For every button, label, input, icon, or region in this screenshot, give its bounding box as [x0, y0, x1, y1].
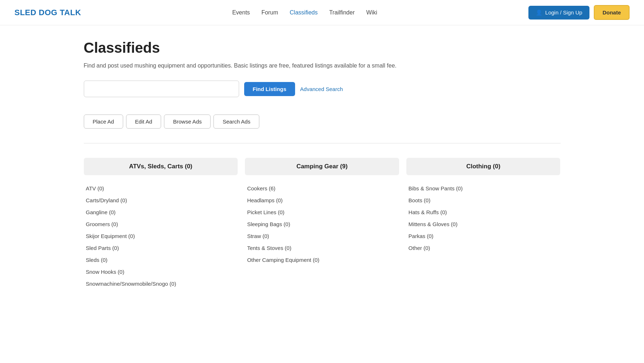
user-icon: 👤 [536, 9, 543, 16]
donate-button[interactable]: Donate [594, 5, 630, 20]
list-item[interactable]: ATV (0) [84, 182, 238, 194]
tab-edit-ad[interactable]: Edit Ad [126, 114, 161, 129]
page-title: Classifieds [84, 40, 561, 56]
categories-grid: ATVs, Sleds, Carts (0) ATV (0) Carts/Dry… [84, 158, 561, 290]
category-header-clothing: Clothing (0) [406, 158, 561, 175]
find-listings-button[interactable]: Find Listings [244, 82, 295, 96]
list-item[interactable]: Mittens & Gloves (0) [406, 218, 561, 230]
list-item[interactable]: Sleeping Bags (0) [245, 218, 399, 230]
list-item[interactable]: Groomers (0) [84, 218, 238, 230]
nav-events[interactable]: Events [232, 9, 250, 16]
nav-forum[interactable]: Forum [262, 9, 278, 16]
list-item[interactable]: Sled Parts (0) [84, 242, 238, 254]
advanced-search-link[interactable]: Advanced Search [300, 86, 343, 92]
list-item[interactable]: Skijor Equipment (0) [84, 230, 238, 242]
tab-search-ads[interactable]: Search Ads [213, 114, 259, 129]
list-item[interactable]: Snowmachine/Snowmobile/Snogo (0) [84, 278, 238, 290]
page-subtitle: Find and post used mushing equipment and… [84, 62, 561, 69]
tabs-row: Place Ad Edit Ad Browse Ads Search Ads [84, 114, 561, 129]
login-label: Login / Sign Up [545, 9, 583, 16]
main-content: Classifieds Find and post used mushing e… [69, 25, 575, 311]
list-item[interactable]: Cookers (6) [245, 182, 399, 194]
list-item[interactable]: Straw (0) [245, 230, 399, 242]
brand-logo[interactable]: SLED DOG TALK [14, 8, 81, 17]
category-col-clothing: Clothing (0) Bibs & Snow Pants (0) Boots… [406, 158, 561, 290]
nav-links: Events Forum Classifieds Trailfinder Wik… [232, 9, 377, 16]
category-header-atvs: ATVs, Sleds, Carts (0) [84, 158, 238, 175]
category-header-camping: Camping Gear (9) [245, 158, 399, 175]
tab-place-ad[interactable]: Place Ad [84, 114, 123, 129]
list-item[interactable]: Sleds (0) [84, 254, 238, 266]
list-item[interactable]: Tents & Stoves (0) [245, 242, 399, 254]
list-item[interactable]: Other (0) [406, 242, 561, 254]
nav-trailfinder[interactable]: Trailfinder [329, 9, 355, 16]
nav-wiki[interactable]: Wiki [366, 9, 377, 16]
list-item[interactable]: Picket Lines (0) [245, 206, 399, 218]
login-button[interactable]: 👤 Login / Sign Up [528, 6, 590, 20]
list-item[interactable]: Bibs & Snow Pants (0) [406, 182, 561, 194]
list-item[interactable]: Snow Hooks (0) [84, 266, 238, 278]
list-item[interactable]: Parkas (0) [406, 230, 561, 242]
list-item[interactable]: Gangline (0) [84, 206, 238, 218]
search-input[interactable] [84, 81, 239, 97]
list-item[interactable]: Other Camping Equipment (0) [245, 254, 399, 266]
search-row: Find Listings Advanced Search [84, 81, 561, 97]
navbar: SLED DOG TALK Events Forum Classifieds T… [0, 0, 644, 25]
list-item[interactable]: Headlamps (0) [245, 194, 399, 206]
nav-classifieds[interactable]: Classifieds [290, 9, 317, 16]
navbar-right: 👤 Login / Sign Up Donate [528, 5, 630, 20]
list-item[interactable]: Hats & Ruffs (0) [406, 206, 561, 218]
category-col-camping: Camping Gear (9) Cookers (6) Headlamps (… [245, 158, 399, 290]
tab-browse-ads[interactable]: Browse Ads [164, 114, 211, 129]
category-col-atvs: ATVs, Sleds, Carts (0) ATV (0) Carts/Dry… [84, 158, 238, 290]
divider [84, 143, 561, 143]
list-item[interactable]: Boots (0) [406, 194, 561, 206]
list-item[interactable]: Carts/Dryland (0) [84, 194, 238, 206]
